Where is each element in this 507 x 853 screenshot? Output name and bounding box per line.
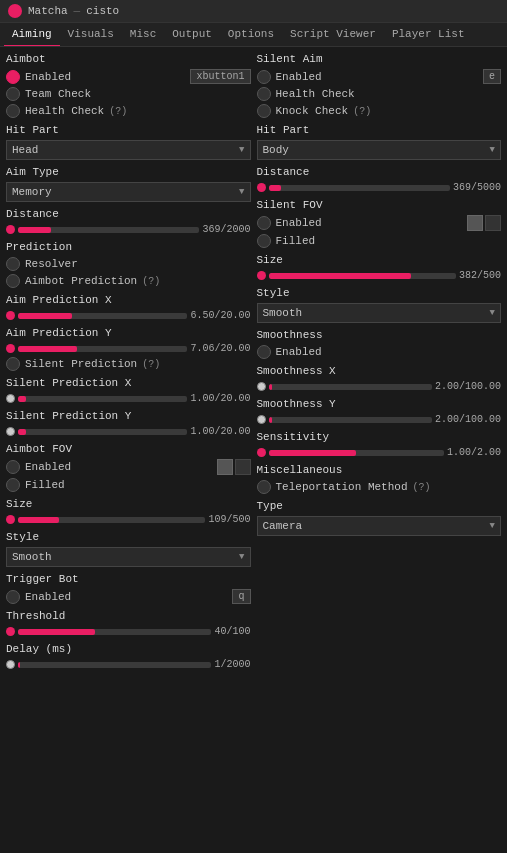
silent-pred-y-thumb[interactable] — [6, 427, 15, 436]
tab-options[interactable]: Options — [220, 23, 282, 46]
trigger-bot-enabled-row: Enabled q — [6, 589, 251, 604]
aim-type-arrow: ▼ — [239, 187, 244, 197]
distance-thumb[interactable] — [6, 225, 15, 234]
tab-visuals[interactable]: Visuals — [60, 23, 122, 46]
silent-fov-btn-light[interactable] — [467, 215, 483, 231]
smoothness-y-thumb[interactable] — [257, 415, 266, 424]
silent-pred-y-track[interactable] — [18, 429, 187, 435]
right-size-track[interactable] — [269, 273, 456, 279]
aimbot-enabled-checkbox[interactable] — [6, 70, 20, 84]
silent-prediction-checkbox[interactable] — [6, 357, 20, 371]
aimbot-fov-filled-checkbox[interactable] — [6, 478, 20, 492]
smoothness-y-slider-row: 2.00/100.00 — [257, 414, 502, 425]
aim-pred-y-slider-row: 7.06/20.00 — [6, 343, 251, 354]
silent-fov-enabled-checkbox[interactable] — [257, 216, 271, 230]
silent-aim-keybind[interactable]: e — [483, 69, 501, 84]
silent-aim-label: Silent Aim — [257, 53, 502, 65]
aimbot-keybind[interactable]: xbutton1 — [190, 69, 250, 84]
aim-pred-x-track[interactable] — [18, 313, 187, 319]
silent-prediction-tooltip: (?) — [142, 359, 160, 370]
hit-part-dropdown[interactable]: Head ▼ — [6, 140, 251, 160]
size-thumb[interactable] — [6, 515, 15, 524]
distance-label: Distance — [6, 208, 251, 220]
aimbot-fov-enabled-checkbox[interactable] — [6, 460, 20, 474]
silent-pred-x-thumb[interactable] — [6, 394, 15, 403]
trigger-bot-enabled-checkbox[interactable] — [6, 590, 20, 604]
resolver-label: Resolver — [25, 258, 78, 270]
aim-pred-y-track[interactable] — [18, 346, 187, 352]
health-check-checkbox[interactable] — [6, 104, 20, 118]
aimbot-enabled-label: Enabled — [25, 71, 71, 83]
right-distance-thumb[interactable] — [257, 183, 266, 192]
silent-pred-x-track[interactable] — [18, 396, 187, 402]
tab-output[interactable]: Output — [164, 23, 220, 46]
silent-aim-enabled-checkbox[interactable] — [257, 70, 271, 84]
size-slider-row: 109/500 — [6, 514, 251, 525]
right-size-value: 382/500 — [459, 270, 501, 281]
silent-fov-enabled-label: Enabled — [276, 217, 322, 229]
tab-misc[interactable]: Misc — [122, 23, 164, 46]
style-label: Style — [6, 531, 251, 543]
type-label: Type — [257, 500, 502, 512]
silent-pred-y-slider-row: 1.00/20.00 — [6, 426, 251, 437]
right-style-arrow: ▼ — [490, 308, 495, 318]
aimbot-prediction-checkbox[interactable] — [6, 274, 20, 288]
silent-fov-filled-checkbox[interactable] — [257, 234, 271, 248]
silent-aim-health-row: Health Check — [257, 87, 502, 101]
sensitivity-track[interactable] — [269, 450, 444, 456]
delay-ms-thumb[interactable] — [6, 660, 15, 669]
delay-ms-track[interactable] — [18, 662, 211, 668]
silent-aim-health-checkbox[interactable] — [257, 87, 271, 101]
smoothness-y-track[interactable] — [269, 417, 432, 423]
right-size-thumb[interactable] — [257, 271, 266, 280]
aim-type-value: Memory — [12, 186, 52, 198]
knock-check-checkbox[interactable] — [257, 104, 271, 118]
silent-pred-y-label: Silent Prediction Y — [6, 410, 251, 422]
aim-pred-x-value: 6.50/20.00 — [190, 310, 250, 321]
smoothness-x-track[interactable] — [269, 384, 432, 390]
resolver-checkbox[interactable] — [6, 257, 20, 271]
right-size-label: Size — [257, 254, 502, 266]
right-distance-fill — [269, 185, 282, 191]
right-distance-track[interactable] — [269, 185, 450, 191]
tab-script-viewer[interactable]: Script Viewer — [282, 23, 384, 46]
sensitivity-label: Sensitivity — [257, 431, 502, 443]
prediction-label: Prediction — [6, 241, 251, 253]
delay-ms-fill — [18, 662, 20, 668]
threshold-track[interactable] — [18, 629, 211, 635]
aim-pred-x-slider-row: 6.50/20.00 — [6, 310, 251, 321]
smoothness-enabled-row: Enabled — [257, 345, 502, 359]
type-dropdown[interactable]: Camera ▼ — [257, 516, 502, 536]
teleportation-method-checkbox[interactable] — [257, 480, 271, 494]
teleportation-method-label: Teleportation Method — [276, 481, 408, 493]
size-track[interactable] — [18, 517, 205, 523]
right-style-dropdown[interactable]: Smooth ▼ — [257, 303, 502, 323]
tab-player-list[interactable]: Player List — [384, 23, 473, 46]
team-check-checkbox[interactable] — [6, 87, 20, 101]
trigger-bot-keybind[interactable]: q — [232, 589, 250, 604]
aim-pred-y-fill — [18, 346, 77, 352]
tab-aiming[interactable]: Aiming — [4, 23, 60, 46]
title-bar: Matcha — cisto — [0, 0, 507, 23]
fov-btn-dark[interactable] — [235, 459, 251, 475]
aimbot-enabled-row: Enabled xbutton1 — [6, 69, 251, 84]
sensitivity-thumb[interactable] — [257, 448, 266, 457]
right-column: Silent Aim Enabled e Health Check Knock … — [257, 53, 502, 673]
silent-pred-x-slider-row: 1.00/20.00 — [6, 393, 251, 404]
aim-pred-y-thumb[interactable] — [6, 344, 15, 353]
smoothness-x-thumb[interactable] — [257, 382, 266, 391]
aim-type-dropdown[interactable]: Memory ▼ — [6, 182, 251, 202]
aim-pred-x-thumb[interactable] — [6, 311, 15, 320]
distance-track[interactable] — [18, 227, 199, 233]
smoothness-x-slider-row: 2.00/100.00 — [257, 381, 502, 392]
silent-fov-btn-dark[interactable] — [485, 215, 501, 231]
style-dropdown[interactable]: Smooth ▼ — [6, 547, 251, 567]
hit-part-value: Head — [12, 144, 38, 156]
silent-aim-health-label: Health Check — [276, 88, 355, 100]
left-column: Aimbot Enabled xbutton1 Team Check Healt… — [6, 53, 251, 673]
right-hit-part-dropdown[interactable]: Body ▼ — [257, 140, 502, 160]
fov-btn-light[interactable] — [217, 459, 233, 475]
smoothness-label: Smoothness — [257, 329, 502, 341]
threshold-thumb[interactable] — [6, 627, 15, 636]
smoothness-enabled-checkbox[interactable] — [257, 345, 271, 359]
